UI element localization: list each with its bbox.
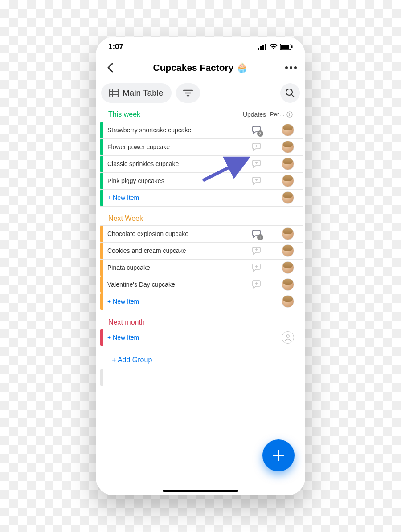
group-title[interactable]: This week xyxy=(108,110,239,118)
dots-horizontal-icon xyxy=(285,66,297,69)
updates-cell[interactable] xyxy=(241,243,272,259)
new-item-button[interactable]: + New Item xyxy=(103,293,241,310)
chat-bubble-icon: 1 xyxy=(252,229,262,239)
item-name-cell[interactable]: Pink piggy cupcakes xyxy=(103,173,241,189)
item-name-cell[interactable]: Chocolate explosion cupcake xyxy=(103,226,241,242)
svg-point-34 xyxy=(286,335,289,337)
updates-cell[interactable] xyxy=(241,260,272,276)
cupcake-emoji-icon: 🧁 xyxy=(236,62,248,73)
person-cell[interactable] xyxy=(272,139,303,155)
item-name-cell[interactable]: Cookies and cream cupcake xyxy=(103,243,241,259)
avatar xyxy=(282,244,294,257)
updates-cell[interactable] xyxy=(241,139,272,155)
table-row[interactable]: Classic sprinkles cupcake xyxy=(100,156,303,173)
new-item-button[interactable]: + New Item xyxy=(103,329,241,346)
group-title[interactable]: Next Week xyxy=(100,212,303,225)
svg-point-8 xyxy=(290,66,292,69)
person-cell[interactable] xyxy=(272,226,303,242)
avatar xyxy=(282,295,294,308)
updates-cell[interactable] xyxy=(241,156,272,172)
svg-rect-1 xyxy=(260,46,262,50)
person-cell[interactable] xyxy=(272,173,303,189)
svg-point-20 xyxy=(289,113,290,114)
phone-frame: 1:07 Cupcakes Factory 🧁 Main Table xyxy=(96,37,305,495)
search-icon xyxy=(285,88,295,98)
group: This week Updates Per… Strawberry shortc… xyxy=(100,109,303,207)
back-button[interactable] xyxy=(101,59,119,77)
table-row[interactable]: Pink piggy cupcakes xyxy=(100,173,303,190)
table-row[interactable]: Valentine's Day cupcake xyxy=(100,276,303,293)
new-item-row[interactable]: + New Item xyxy=(100,190,303,207)
table-row[interactable]: Flower power cupcake xyxy=(100,139,303,156)
avatar xyxy=(282,175,294,187)
table-row[interactable]: Chocolate explosion cupcake 1 xyxy=(100,226,303,243)
chat-bubble-icon xyxy=(252,142,262,152)
person-cell[interactable] xyxy=(272,243,303,259)
page-title-text: Cupcakes Factory xyxy=(153,62,234,73)
filter-icon xyxy=(183,89,193,97)
group-rows: Strawberry shortcake cupcake 2 Flower po… xyxy=(100,122,303,207)
item-name-cell[interactable]: Valentine's Day cupcake xyxy=(103,276,241,293)
group-rows: + New Item xyxy=(100,329,303,346)
column-header-updates[interactable]: Updates xyxy=(239,111,270,118)
column-header-row: This week Updates Per… xyxy=(100,109,303,122)
chat-bubble-icon xyxy=(252,159,262,169)
add-item-fab[interactable] xyxy=(262,439,295,471)
updates-cell[interactable] xyxy=(241,173,272,189)
search-button[interactable] xyxy=(280,83,300,103)
avatar-empty xyxy=(282,331,294,344)
person-cell[interactable] xyxy=(272,156,303,172)
column-header-person[interactable]: Per… xyxy=(270,111,299,118)
avatar xyxy=(282,191,294,204)
avatar xyxy=(282,227,294,240)
person-cell[interactable] xyxy=(272,122,303,138)
person-cell[interactable] xyxy=(272,260,303,276)
more-menu-button[interactable] xyxy=(282,59,300,77)
new-item-row[interactable]: + New Item xyxy=(100,293,303,310)
chat-bubble-icon xyxy=(252,263,262,272)
view-toolbar: Main Table xyxy=(96,79,305,109)
empty-cell xyxy=(103,369,241,386)
svg-rect-10 xyxy=(110,89,119,97)
person-cell[interactable] xyxy=(272,276,303,293)
person-cell[interactable] xyxy=(272,329,303,346)
status-time: 1:07 xyxy=(108,42,123,51)
svg-rect-6 xyxy=(291,45,293,48)
updates-cell xyxy=(241,190,272,206)
table-row[interactable]: Strawberry shortcake cupcake 2 xyxy=(100,122,303,139)
svg-rect-2 xyxy=(262,45,264,50)
updates-cell[interactable]: 2 xyxy=(241,122,272,138)
table-row xyxy=(100,369,303,386)
group-title[interactable]: Next month xyxy=(100,316,303,329)
updates-cell[interactable]: 1 xyxy=(241,226,272,242)
filter-button[interactable] xyxy=(176,83,200,103)
svg-line-18 xyxy=(292,94,295,97)
add-group-button[interactable]: + Add Group xyxy=(100,352,303,369)
battery-icon xyxy=(280,44,293,50)
new-item-button[interactable]: + New Item xyxy=(103,190,241,206)
svg-point-9 xyxy=(294,66,297,69)
view-selector[interactable]: Main Table xyxy=(101,83,172,103)
page-title: Cupcakes Factory 🧁 xyxy=(153,62,248,73)
new-item-row[interactable]: + New Item xyxy=(100,329,303,346)
updates-cell[interactable] xyxy=(241,276,272,293)
avatar xyxy=(282,124,294,136)
chevron-left-icon xyxy=(107,63,113,73)
person-cell[interactable] xyxy=(272,293,303,310)
item-name-cell[interactable]: Pinata cupcake xyxy=(103,260,241,276)
chat-bubble-icon xyxy=(252,176,262,186)
signal-icon xyxy=(258,44,267,50)
view-selector-label: Main Table xyxy=(123,88,164,98)
updates-cell xyxy=(241,329,272,346)
item-name-cell[interactable]: Strawberry shortcake cupcake xyxy=(103,122,241,138)
person-cell[interactable] xyxy=(272,190,303,206)
svg-rect-5 xyxy=(281,45,289,49)
table-row[interactable]: Cookies and cream cupcake xyxy=(100,243,303,260)
item-name-cell[interactable]: Flower power cupcake xyxy=(103,139,241,155)
table-row[interactable]: Pinata cupcake xyxy=(100,260,303,276)
group: Next month + New Item xyxy=(100,316,303,346)
trailing-empty-group xyxy=(100,369,303,386)
item-name-cell[interactable]: Classic sprinkles cupcake xyxy=(103,156,241,172)
board-scroll-area[interactable]: This week Updates Per… Strawberry shortc… xyxy=(96,109,305,495)
table-icon xyxy=(109,89,119,97)
